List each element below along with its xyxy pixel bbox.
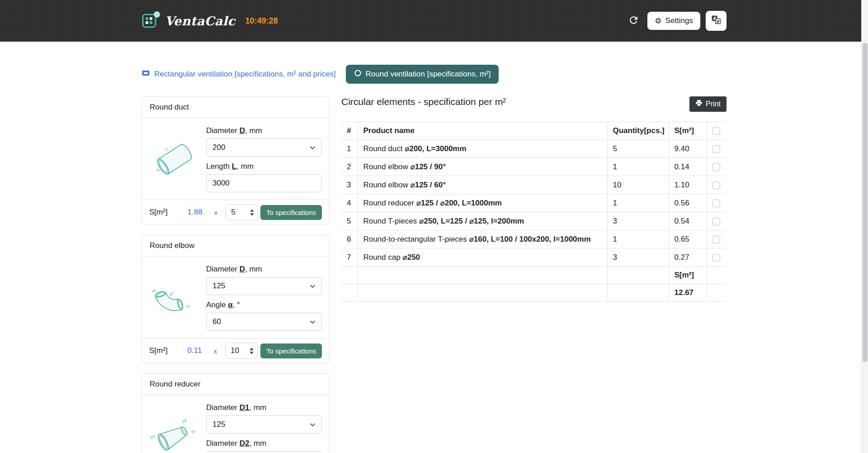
table-header-row: # Product name Quantity[pcs.] S[m²] (341, 122, 726, 140)
gear-icon: ⚙ (655, 17, 661, 25)
reducer-d1-select[interactable]: 125 (206, 415, 322, 434)
s-cell: 1.10 (669, 176, 707, 194)
svg-text:α°: α° (169, 291, 175, 297)
round-duct-card-title: Round duct (142, 97, 329, 118)
stepper-arrows[interactable] (250, 348, 254, 354)
table-row: 5 Round T-pieces ⌀250, L=125 / ⌀125, l=2… (341, 212, 726, 230)
print-label: Print (706, 100, 721, 108)
round-elbow-illustration: α° 50 50 (149, 271, 200, 324)
ventacalc-logo-icon (142, 10, 160, 31)
row-num: 5 (341, 212, 358, 230)
product-name-cell: Round duct ⌀200, L=3000mm (358, 140, 607, 158)
col-header-product-name: Product name (358, 122, 607, 140)
reducer-d2-select[interactable]: 200 (206, 451, 322, 453)
s-cell: 0.14 (669, 158, 707, 176)
table-row: 3 Round elbow ⌀125 / 60° 10 1.10 (341, 176, 726, 194)
col-header-s: S[m²] (669, 122, 707, 140)
translate-button[interactable]: A (706, 11, 726, 31)
row-num: 2 (341, 158, 358, 176)
s-cell: 0.54 (669, 212, 707, 230)
checkbox-cell (707, 140, 726, 158)
print-button[interactable]: Print (689, 96, 726, 112)
printer-icon (695, 100, 703, 109)
vertical-scrollbar-thumb[interactable] (863, 43, 868, 362)
brand: VentaCalc 10:49:28 (142, 10, 278, 31)
checkbox-cell (707, 158, 726, 176)
product-name-cell: Round-to-rectangular T-pieces ⌀160, L=10… (358, 230, 607, 248)
reducer-d1-value: 125 (212, 420, 225, 429)
settings-label: Settings (665, 16, 693, 25)
row-num: 4 (341, 194, 358, 212)
reducer-d1-label: Diameter D1, mm (206, 403, 322, 412)
quantity-cell: 5 (607, 140, 669, 158)
table-row: 2 Round elbow ⌀125 / 90° 1 0.14 (341, 158, 726, 176)
duct-quantity-value: 5 (231, 208, 235, 217)
total-s-value: 12.67 (669, 284, 707, 302)
duct-diameter-value: 200 (212, 143, 225, 152)
row-num: 7 (341, 248, 358, 267)
duct-diameter-label: Diameter D, mm (206, 126, 322, 135)
table-row: 4 Round reducer ⌀125 / ⌀200, L=1000mm 1 … (341, 194, 726, 212)
select-all-checkbox[interactable] (712, 127, 720, 135)
svg-text:50: 50 (191, 429, 196, 434)
tab-rectangular-ventilation[interactable]: Rectangular ventilation [specifications,… (142, 69, 336, 80)
brand-name: VentaCalc (165, 14, 235, 28)
row-checkbox[interactable] (712, 181, 720, 189)
round-duct-illustration: D L (149, 133, 200, 186)
table-row: 6 Round-to-rectangular T-pieces ⌀160, L=… (341, 230, 726, 248)
multiply-sign: x (214, 209, 218, 216)
duct-length-label: Length L, mm (206, 162, 322, 171)
s-cell: 0.65 (669, 230, 707, 248)
round-reducer-card: Round reducer D1 D2 50 (142, 373, 330, 453)
elbow-s-label: S[m²] (149, 346, 168, 355)
specification-table: # Product name Quantity[pcs.] S[m²] 1 Ro… (341, 122, 726, 302)
duct-s-value: 1.88 (188, 208, 203, 217)
calculator-column: Round duct D L (142, 96, 330, 453)
multiply-sign: x (213, 347, 217, 355)
row-checkbox[interactable] (712, 236, 720, 243)
product-name-cell: Round reducer ⌀125 / ⌀200, L=1000mm (358, 194, 607, 212)
rectangular-duct-icon (142, 69, 150, 80)
chevron-down-icon (310, 317, 316, 326)
svg-text:D2: D2 (181, 418, 187, 424)
elbow-to-specifications-button[interactable]: To specifications (260, 343, 322, 358)
tab-round-ventilation[interactable]: Round ventilation [specifications, m²] (346, 65, 499, 84)
elbow-diameter-select[interactable]: 125 (206, 277, 322, 295)
row-checkbox[interactable] (712, 218, 720, 225)
stepper-arrows[interactable] (250, 209, 254, 216)
round-duct-icon (354, 69, 362, 79)
s-cell: 9.40 (669, 140, 707, 158)
row-checkbox[interactable] (712, 254, 720, 262)
tab-rectangular-label: Rectangular ventilation [specifications,… (154, 70, 336, 79)
product-name-cell: Round elbow ⌀125 / 90° (358, 158, 607, 176)
table-footer-total-row: 12.67 (341, 284, 726, 302)
reducer-d2-label: Diameter D2, mm (206, 439, 322, 448)
settings-button[interactable]: ⚙ Settings (647, 12, 700, 30)
col-header-select (707, 122, 726, 140)
refresh-icon (628, 14, 639, 27)
duct-quantity-stepper[interactable]: 5 (226, 204, 258, 220)
duct-diameter-select[interactable]: 200 (206, 138, 322, 157)
elbow-s-value: 0.11 (188, 346, 202, 355)
duct-to-specifications-button[interactable]: To specifications (260, 205, 322, 220)
total-s-label: S[m²] (669, 267, 707, 284)
row-checkbox[interactable] (712, 200, 720, 207)
round-reducer-illustration: D1 D2 50 (149, 410, 200, 453)
elbow-angle-select[interactable]: 60 (206, 313, 322, 331)
vertical-scrollbar-track[interactable] (861, 0, 868, 453)
elbow-quantity-value: 10 (231, 346, 239, 355)
row-checkbox[interactable] (712, 145, 720, 153)
checkbox-cell (707, 212, 726, 230)
checkbox-cell (707, 230, 726, 248)
duct-length-input[interactable] (206, 174, 322, 192)
product-name-cell: Round T-pieces ⌀250, L=125 / ⌀125, l=200… (358, 212, 607, 230)
elbow-diameter-value: 125 (212, 281, 225, 291)
elbow-angle-label: Angle α, ° (206, 300, 322, 310)
quantity-cell: 10 (607, 176, 669, 194)
elbow-quantity-stepper[interactable]: 10 (225, 343, 258, 359)
round-elbow-card-title: Round elbow (142, 235, 329, 257)
checkbox-cell (707, 194, 726, 212)
table-footer-label-row: S[m²] (341, 267, 726, 284)
row-checkbox[interactable] (712, 163, 720, 171)
refresh-button[interactable] (625, 12, 642, 30)
